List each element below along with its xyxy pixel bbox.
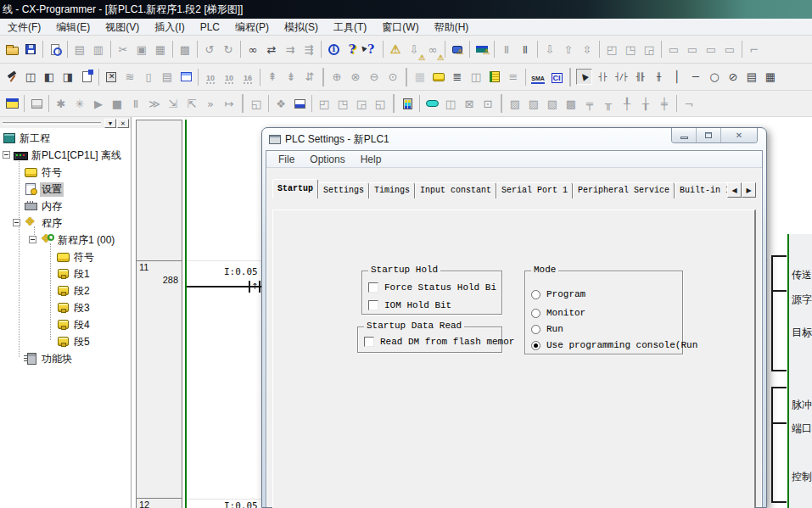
tab-timings[interactable]: Timings	[369, 182, 415, 198]
partial-transfer-button[interactable]: ◰	[602, 40, 621, 59]
paste-cells-button[interactable]: ▩	[176, 40, 194, 59]
force-off-button[interactable]: ▩	[562, 94, 580, 113]
tree-item-4[interactable]: 设置	[0, 181, 131, 198]
checkbox[interactable]	[368, 282, 378, 293]
radio-use-programming-console-run[interactable]: Use programming console(Run	[531, 339, 697, 351]
radio-run[interactable]: Run	[531, 323, 563, 335]
view-mnemonics-button[interactable]: ◫	[21, 68, 40, 87]
toggle-project-workspace-button[interactable]	[3, 94, 21, 113]
chevron-down-icon[interactable]: ▼	[104, 119, 116, 128]
checkbox[interactable]	[364, 337, 374, 347]
time-chart-button[interactable]: ⊠	[460, 94, 479, 113]
tree-item-6[interactable]: 程序	[0, 215, 131, 232]
new-closed-or-contact-button[interactable]: ╫	[649, 68, 668, 87]
select-mode-button[interactable]	[574, 68, 593, 87]
view-io-table-button[interactable]: ◨	[59, 68, 77, 87]
monitor-hex-button[interactable]	[238, 68, 257, 87]
checkbox-read-dm-from-flash-memor[interactable]: Read DM from flash memor	[364, 336, 514, 348]
context-help-button[interactable]	[361, 40, 380, 59]
menu-item-10[interactable]: 帮助(H)	[427, 19, 477, 36]
set-reset-button[interactable]: ╁	[636, 94, 655, 113]
online-compile-button[interactable]: ⇩	[405, 40, 423, 59]
step-out-button[interactable]: ⇱	[182, 94, 201, 113]
radio-button[interactable]	[531, 290, 540, 299]
reset-bit-button[interactable]: ▨	[524, 94, 543, 113]
radio-button[interactable]	[531, 309, 540, 318]
plc-info-button[interactable]	[324, 40, 343, 59]
tree-item-2[interactable]: 新PLC1[CP1L] 离线	[0, 147, 131, 164]
tab-scroll-left-button[interactable]: ◀	[727, 182, 742, 198]
jump-button[interactable]: ¬	[680, 94, 698, 113]
plc-clock-button[interactable]	[398, 94, 417, 113]
compile-all-programs-button[interactable]: ❖	[272, 94, 290, 113]
dialog-menu-file[interactable]: File	[271, 154, 302, 165]
instruction-dialog-button[interactable]	[547, 68, 566, 87]
output-window-button[interactable]: ▯	[139, 68, 158, 87]
tree-item-3[interactable]: 符号	[0, 164, 131, 181]
immediate-refresh-button[interactable]: ╀	[618, 94, 636, 113]
online-work-button[interactable]: ✱	[52, 94, 70, 113]
address-reference-button[interactable]: ≋	[120, 68, 139, 87]
new-contact-button[interactable]: ┤├	[593, 68, 612, 87]
monitor-decimal-button[interactable]	[201, 68, 220, 87]
new-horizontal-button[interactable]: ─	[686, 68, 705, 87]
run-mode-button[interactable]: ▭	[720, 40, 739, 59]
dialog-menu-help[interactable]: Help	[353, 154, 389, 165]
pause-simulator-button[interactable]: Ⅱ	[497, 40, 516, 59]
replace-button[interactable]: ⇄	[262, 40, 281, 59]
transfer-to-plc-button[interactable]: ⇩	[540, 40, 559, 59]
show-symbol-bar-button[interactable]	[429, 68, 448, 87]
new-or-contact-button[interactable]: ╢╟	[630, 68, 649, 87]
tree-item-1[interactable]: 新工程	[0, 130, 131, 147]
differentiate-up-button[interactable]: ╤	[580, 94, 599, 113]
tree-item-7[interactable]: 新程序1 (00)	[0, 232, 131, 248]
tree-item-11[interactable]: 段3	[0, 299, 131, 316]
profile-button[interactable]: ⊡	[479, 94, 497, 113]
zoom-in-button[interactable]: ⊕	[328, 68, 346, 87]
tree-item-10[interactable]: 段2	[0, 282, 131, 299]
copy-button[interactable]: ▣	[132, 40, 151, 59]
paste-button[interactable]: ▦	[151, 40, 170, 59]
work-online-simulator-button[interactable]	[473, 40, 491, 59]
view-symbols-button[interactable]: ◧	[40, 68, 59, 87]
program-mode-button[interactable]: ▭	[664, 40, 683, 59]
replace-bit-button[interactable]: ⇶	[300, 40, 318, 59]
collapse-icon[interactable]	[13, 219, 20, 226]
step-run-button[interactable]: ≫	[145, 94, 164, 113]
show-sections-button[interactable]	[485, 68, 504, 87]
zoom-out-button[interactable]: ⊖	[365, 68, 384, 87]
print-preview-button[interactable]: ▥	[89, 40, 108, 59]
contact-operand[interactable]: I:0.05	[224, 500, 258, 508]
checkbox[interactable]	[368, 300, 378, 310]
collapse-icon[interactable]	[29, 236, 36, 243]
scan-run-button[interactable]: ↦	[220, 94, 238, 113]
force-refresh-button[interactable]: ⇵	[300, 68, 319, 87]
menu-item-8[interactable]: 工具(T)	[326, 19, 374, 36]
run-button[interactable]: ▶	[89, 94, 108, 113]
help-button[interactable]	[343, 40, 361, 59]
tree-item-13[interactable]: 段5	[0, 333, 131, 350]
menu-item-2[interactable]: 编辑(E)	[48, 19, 98, 36]
menu-item-6[interactable]: 编程(P)	[227, 19, 277, 36]
toggle-grid-button[interactable]: ▦	[411, 68, 429, 87]
dialog-menu-options[interactable]: Options	[302, 154, 352, 165]
menu-item-9[interactable]: 窗口(W)	[374, 19, 426, 36]
close-icon[interactable]: ✕	[117, 119, 129, 128]
monitor-pairs-button[interactable]: ◫	[467, 68, 485, 87]
new-closed-contact-button[interactable]: ┤/├	[612, 68, 630, 87]
close-button[interactable]: ✕	[721, 128, 757, 142]
force-cancel-button[interactable]: ╪	[655, 94, 674, 113]
new-vertical-button[interactable]: │	[668, 68, 686, 87]
continuous-step-button[interactable]: »	[201, 94, 220, 113]
tab-peripheral-service[interactable]: Peripheral Service	[573, 182, 675, 198]
radio-program[interactable]: Program	[531, 288, 585, 300]
online-edit-button[interactable]: ◱	[247, 94, 266, 113]
debug-mode-button[interactable]: ▭	[683, 40, 702, 59]
checkbox-iom-hold-bit[interactable]: IOM Hold Bit	[368, 299, 451, 311]
cut-button[interactable]: ✂	[114, 40, 132, 59]
tab-built-in-input[interactable]: Built-in Input	[675, 182, 731, 198]
radio-button[interactable]	[531, 341, 540, 350]
undo-button[interactable]: ↺	[200, 40, 219, 59]
differential-trace-button[interactable]: ⌐	[745, 40, 764, 59]
find-in-project-button[interactable]	[46, 40, 64, 59]
